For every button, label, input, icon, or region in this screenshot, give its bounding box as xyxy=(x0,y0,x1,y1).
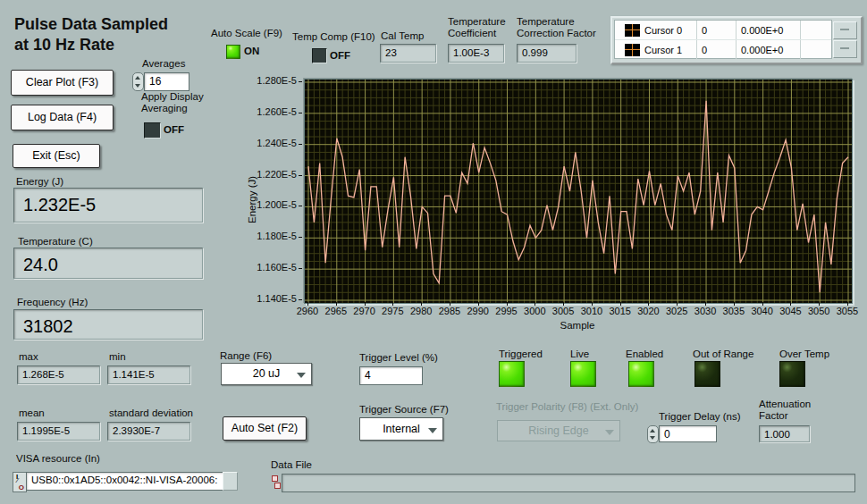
y-tick-label: 1.180E-5 xyxy=(222,231,297,241)
temperature-correction-factor-field[interactable]: 0.999 xyxy=(517,44,577,63)
stepper-down-icon[interactable] xyxy=(135,84,140,88)
trigger-source-value: Internal xyxy=(383,423,420,435)
chevron-down-icon xyxy=(605,430,614,435)
x-tick-label: 2965 xyxy=(320,306,352,316)
y-tick-label: 1.220E-5 xyxy=(222,169,297,180)
averages-input[interactable]: 16 xyxy=(144,72,189,91)
x-tick-label: 3020 xyxy=(632,306,664,316)
x-tick-label: 3035 xyxy=(718,306,750,316)
y-tick-label: 1.240E-5 xyxy=(222,138,297,148)
scroll-up-icon xyxy=(840,29,849,30)
x-axis-title: Sample xyxy=(551,320,604,331)
trigger-level-input[interactable]: 4 xyxy=(359,366,423,385)
x-tick-label: 3015 xyxy=(604,306,636,316)
standard-deviation-label: standard deviation xyxy=(109,407,193,418)
x-tick-label: 2975 xyxy=(376,306,408,316)
trigger-polarity-value: Rising Edge xyxy=(528,424,588,437)
attenuation-factor-label: Attenuation Factor xyxy=(759,399,811,422)
cursor-y-value: 0.000E+0 xyxy=(736,40,800,59)
averages-stepper[interactable] xyxy=(132,72,144,91)
y-tick-mark xyxy=(299,113,302,113)
temp-comp-toggle[interactable] xyxy=(312,48,327,63)
max-label: max xyxy=(19,351,38,362)
x-tick-mark xyxy=(819,302,820,306)
x-tick-label: 2980 xyxy=(405,306,437,316)
visa-resource-input[interactable]: USB0::0x1AD5::0x0042::NI-VISA-20006: xyxy=(26,472,227,491)
visa-io-icon[interactable]: I⁄O xyxy=(13,472,27,492)
stepper-up-icon[interactable] xyxy=(135,76,140,80)
cursor-row[interactable]: Cursor 0 0 0.000E+0 xyxy=(615,21,831,39)
stepper-up-icon[interactable] xyxy=(650,429,655,433)
y-tick-mark xyxy=(299,175,302,176)
trigger-delay-input[interactable]: 0 xyxy=(659,425,717,442)
waveform-chart-plot-area[interactable] xyxy=(304,79,853,304)
y-tick-label: 1.260E-5 xyxy=(222,106,297,117)
triggered-label: Triggered xyxy=(499,349,543,359)
auto-scale-led[interactable] xyxy=(226,45,240,59)
trigger-polarity-dropdown: Rising Edge xyxy=(497,420,620,441)
cursor-row-spacer xyxy=(800,40,831,59)
auto-scale-label: Auto Scale (F9) xyxy=(211,28,282,38)
min-label: min xyxy=(109,351,126,362)
trigger-source-label: Trigger Source (F7) xyxy=(359,404,449,415)
x-tick-mark xyxy=(307,302,308,306)
chevron-down-icon xyxy=(297,373,306,378)
temp-comp-label: Temp Comp (F10) xyxy=(292,31,375,42)
cursor-y-value: 0.000E+0 xyxy=(736,21,800,39)
cursor-x-value: 0 xyxy=(696,40,736,59)
cursor-row[interactable]: Cursor 1 0 0.000E+0 xyxy=(615,39,831,59)
temperature-correction-factor-label: Temperature Correction Factor xyxy=(517,16,596,39)
y-tick-label: 1.200E-5 xyxy=(222,199,297,210)
x-tick-label: 3010 xyxy=(576,306,608,316)
x-tick-mark xyxy=(677,302,678,306)
stepper-down-icon[interactable] xyxy=(650,436,655,440)
visa-resource-endcap[interactable] xyxy=(223,472,238,491)
auto-set-button[interactable]: Auto Set (F2) xyxy=(223,416,307,441)
apply-display-averaging-state: OFF xyxy=(164,124,184,135)
standard-deviation-field: 2.3930E-7 xyxy=(107,422,190,441)
energy-field: 1.232E-5 xyxy=(13,188,203,223)
x-tick-mark xyxy=(392,302,393,306)
trigger-delay-stepper[interactable] xyxy=(647,425,659,443)
trigger-source-dropdown[interactable]: Internal xyxy=(359,417,443,441)
y-tick-label: 1.280E-5 xyxy=(222,75,297,86)
x-tick-mark xyxy=(563,302,564,306)
cursor-x-value: 0 xyxy=(696,21,736,39)
range-dropdown[interactable]: 20 uJ xyxy=(221,363,312,385)
data-file-input[interactable] xyxy=(282,474,855,492)
temperature-coefficient-field[interactable]: 1.00E-3 xyxy=(448,44,504,63)
range-value: 20 uJ xyxy=(253,367,281,380)
legend-scroll-down-button[interactable] xyxy=(833,40,857,58)
x-tick-label: 3045 xyxy=(774,306,806,316)
x-tick-mark xyxy=(734,302,735,306)
y-tick-mark xyxy=(299,81,302,82)
waveform-chart-svg xyxy=(305,80,852,303)
log-data-button[interactable]: Log Data (F4) xyxy=(11,105,114,130)
x-tick-label: 2970 xyxy=(349,306,381,316)
temp-comp-state: OFF xyxy=(330,50,350,61)
triggered-led xyxy=(499,361,525,387)
y-tick-mark xyxy=(299,268,302,269)
cursor-legend-rows: Cursor 0 0 0.000E+0 Cursor 1 0 0.000E+0 xyxy=(614,20,832,59)
x-tick-mark xyxy=(705,302,706,306)
y-tick-mark xyxy=(299,144,302,145)
x-tick-label: 3025 xyxy=(661,306,693,316)
max-field: 1.268E-5 xyxy=(17,365,100,384)
x-tick-mark xyxy=(762,302,763,306)
y-tick-label: 1.140E-5 xyxy=(222,293,297,304)
x-tick-label: 2960 xyxy=(291,306,324,316)
exit-button[interactable]: Exit (Esc) xyxy=(13,144,100,168)
trigger-level-label: Trigger Level (%) xyxy=(359,352,438,363)
mean-label: mean xyxy=(19,407,45,418)
clear-plot-button[interactable]: Clear Plot (F3) xyxy=(11,70,114,96)
legend-scroll-up-button[interactable] xyxy=(833,21,857,39)
x-tick-mark xyxy=(478,302,479,306)
trigger-delay-label: Trigger Delay (ns) xyxy=(659,411,741,422)
energy-trace xyxy=(308,101,848,292)
apply-display-averaging-toggle[interactable] xyxy=(144,122,161,139)
file-path-icon[interactable] xyxy=(272,475,281,490)
attenuation-factor-field: 1.000 xyxy=(759,425,810,442)
cal-temp-field[interactable]: 23 xyxy=(380,44,436,63)
data-file-label: Data File xyxy=(271,459,312,470)
y-tick-label: 1.160E-5 xyxy=(222,262,297,273)
